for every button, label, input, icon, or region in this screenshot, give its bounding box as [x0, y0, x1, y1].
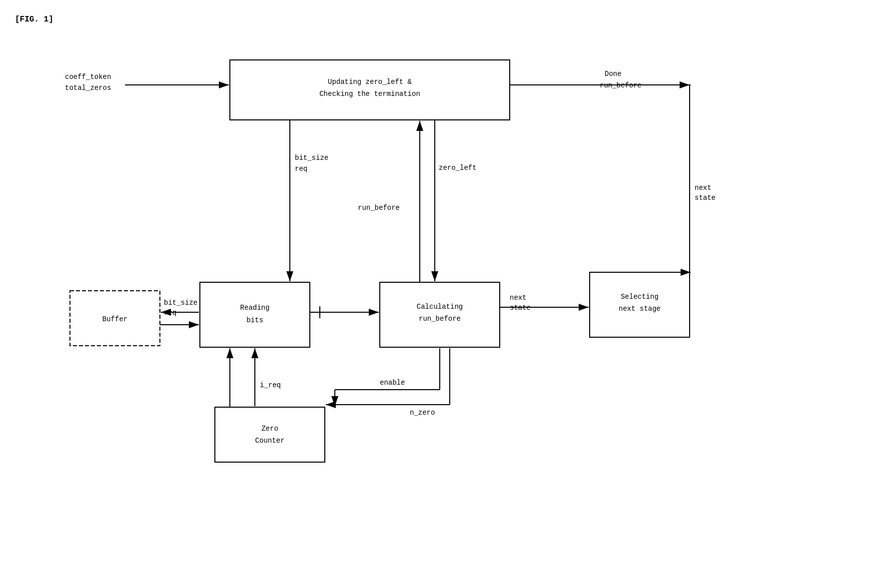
diagram-svg: Updating zero_left & Checking the termin… — [0, 0, 892, 588]
bit-size-label-top: bit_size — [295, 154, 328, 162]
calc-box-label1: Calculating — [417, 303, 463, 311]
zero-counter-box — [215, 407, 325, 462]
next-state-left-label: next — [510, 294, 527, 302]
selecting-box-label1: Selecting — [621, 293, 659, 301]
req-label-top: req — [295, 165, 307, 173]
run-before-out-label: run_before — [600, 81, 642, 89]
n-zero-label: n_zero — [410, 409, 435, 417]
i-req-label: i_req — [260, 381, 281, 389]
enable-label: enable — [380, 379, 405, 387]
req-left-label: req — [164, 309, 176, 317]
run-before-mid-label: run_before — [358, 204, 400, 212]
reading-box-label2: bits — [246, 316, 263, 324]
buffer-box-label: Buffer — [102, 315, 127, 323]
zero-left-label: zero_left — [439, 164, 477, 172]
update-box-label2: Checking the termination — [319, 90, 420, 98]
next-state-right-label: next — [695, 184, 712, 192]
bit-size-req-left-label: bit_size — [164, 299, 197, 307]
calc-box-label2: run_before — [419, 315, 461, 323]
zero-counter-label1: Zero — [261, 425, 278, 433]
reading-box-label1: Reading — [240, 304, 270, 312]
zero-counter-label2: Counter — [255, 437, 285, 445]
next-state-right2-label: state — [695, 194, 716, 202]
next-state-left2-label: state — [510, 304, 531, 312]
page: [FIG. 1] Updating zero_left & Checking t… — [0, 0, 892, 588]
total-zeros-label: total_zeros — [65, 84, 111, 92]
reading-box — [200, 282, 310, 347]
update-box-label1: Updating zero_left & — [328, 78, 412, 86]
coeff-token-label: coeff_token — [65, 73, 111, 81]
selecting-box-label2: next stage — [619, 305, 661, 313]
done-label: Done — [605, 70, 622, 78]
